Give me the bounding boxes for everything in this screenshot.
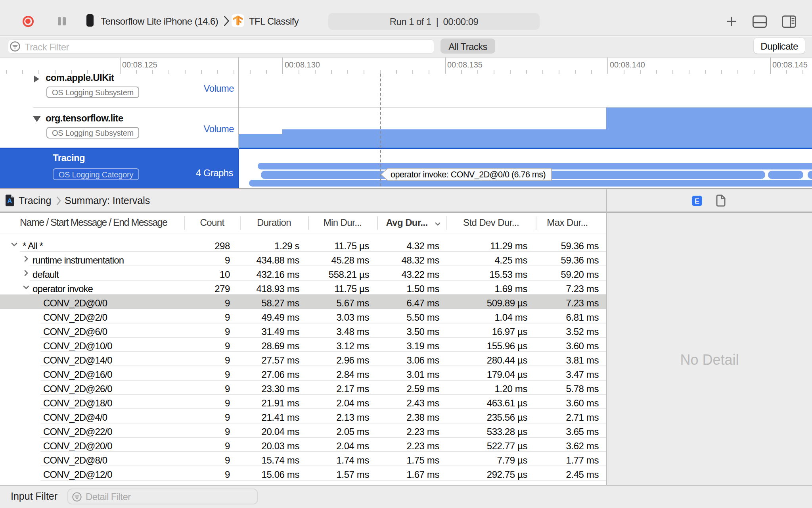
svg-text:A: A [7, 197, 12, 205]
svg-text:operator invoke: CONV_2D@0/0 (: operator invoke: CONV_2D@0/0 (6.76 ms) [391, 170, 546, 179]
